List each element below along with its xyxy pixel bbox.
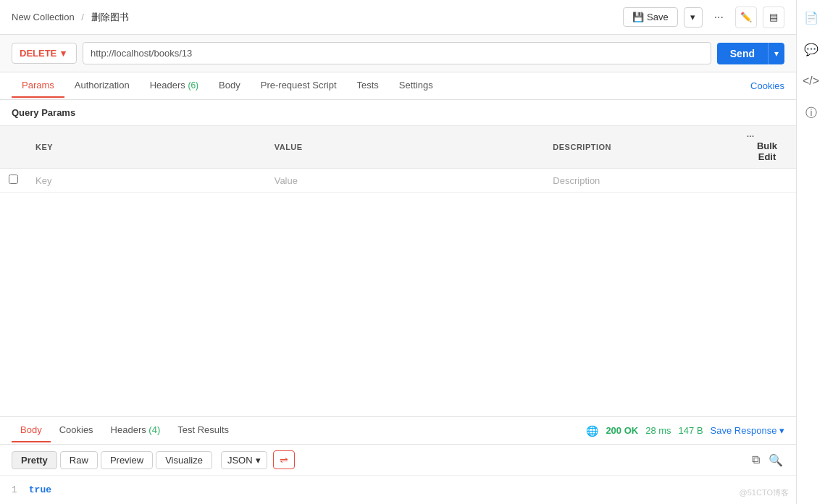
tab-body[interactable]: Body — [209, 74, 251, 98]
key-header: KEY — [27, 126, 266, 169]
response-icons: ⧉ 🔍 — [750, 452, 784, 469]
tab-headers[interactable]: Headers (6) — [140, 74, 209, 98]
save-dropdown-button[interactable]: ▾ — [684, 7, 703, 28]
desc-header: DESCRIPTION — [544, 126, 738, 169]
format-type-chevron-icon: ▾ — [256, 455, 261, 466]
request-bar: DELETE ▾ Send ▾ — [0, 35, 796, 72]
method-chevron-icon: ▾ — [61, 48, 66, 59]
right-sidebar: 📄 💬 </> ⓘ — [796, 0, 825, 504]
save-label: Save — [647, 12, 669, 22]
save-icon: 💾 — [632, 12, 644, 22]
row-key[interactable]: Key — [27, 169, 266, 193]
document-icon-button[interactable]: 📄 — [801, 7, 821, 28]
bulk-edit-button[interactable]: Bulk Edit — [747, 140, 787, 162]
row-value[interactable]: Value — [266, 169, 545, 193]
wrap-lines-button[interactable]: ⇌ — [273, 450, 295, 469]
copy-icon: ⧉ — [752, 453, 760, 466]
layout-icon-button[interactable]: ▤ — [763, 7, 784, 28]
url-input[interactable] — [83, 42, 711, 64]
send-button[interactable]: Send — [717, 43, 768, 64]
value-header: VALUE — [266, 126, 545, 169]
save-button[interactable]: 💾 Save — [623, 7, 678, 27]
send-dropdown-button[interactable]: ▾ — [768, 43, 784, 64]
breadcrumb-separator: / — [81, 12, 84, 22]
method-select[interactable]: DELETE ▾ — [12, 43, 77, 64]
response-time: 28 ms — [645, 425, 671, 436]
table-row: Key Value Description — [0, 169, 796, 193]
search-button[interactable]: 🔍 — [767, 452, 784, 469]
edit-icon-button[interactable]: ✏️ — [735, 7, 757, 28]
row-checkbox[interactable] — [0, 169, 27, 193]
query-params-section: Query Params KEY VALUE DESCRIPTION ··· B… — [0, 100, 796, 193]
copy-button[interactable]: ⧉ — [750, 452, 761, 468]
code-output: 1true — [0, 476, 796, 504]
format-visualize-button[interactable]: Visualize — [156, 451, 212, 469]
response-tab-headers[interactable]: Headers (4) — [102, 419, 169, 442]
format-pretty-button[interactable]: Pretty — [12, 451, 57, 469]
more-icon: ··· — [747, 132, 755, 140]
response-meta: 🌐 200 OK 28 ms 147 B Save Response ▾ — [586, 425, 784, 437]
watermark: @51CTO博客 — [740, 487, 789, 498]
row-checkbox-input[interactable] — [9, 175, 18, 184]
format-type-select[interactable]: JSON ▾ — [221, 451, 267, 469]
response-tab-cookies[interactable]: Cookies — [51, 419, 102, 442]
response-tab-body[interactable]: Body — [12, 419, 51, 442]
method-label: DELETE — [20, 48, 56, 59]
checkbox-header — [0, 126, 27, 169]
pencil-icon: ✏️ — [740, 12, 752, 22]
chevron-down-icon: ▾ — [690, 12, 695, 22]
comment-icon-button[interactable]: 💬 — [801, 39, 821, 59]
more-options-button[interactable]: ··· — [708, 8, 729, 27]
response-size: 147 B — [679, 425, 703, 436]
section-title: Query Params — [0, 100, 796, 125]
request-name: 删除图书 — [91, 12, 129, 22]
line-number: 1 — [12, 484, 17, 495]
request-tabs: Params Authorization Headers (6) Body Pr… — [0, 72, 796, 100]
code-icon-button[interactable]: </> — [801, 71, 821, 91]
tab-settings[interactable]: Settings — [389, 74, 443, 98]
response-section: Body Cookies Headers (4) Test Results 🌐 … — [0, 416, 796, 504]
row-description[interactable]: Description — [544, 169, 738, 193]
header: New Collection / 删除图书 💾 Save ▾ ··· ✏️ ▤ — [0, 0, 796, 35]
cookies-link[interactable]: Cookies — [750, 80, 784, 91]
response-tab-test-results[interactable]: Test Results — [169, 419, 238, 442]
response-tabs: Body Cookies Headers (4) Test Results 🌐 … — [0, 417, 796, 445]
response-toolbar: Pretty Raw Preview Visualize JSON ▾ ⇌ ⧉ … — [0, 445, 796, 476]
tab-tests[interactable]: Tests — [347, 74, 389, 98]
save-response-button[interactable]: Save Response ▾ — [711, 425, 784, 436]
tab-authorization[interactable]: Authorization — [64, 74, 140, 98]
layout-icon: ▤ — [769, 12, 778, 22]
actions-header: ··· Bulk Edit — [738, 126, 796, 169]
params-table: KEY VALUE DESCRIPTION ··· Bulk Edit Key … — [0, 125, 796, 193]
format-type-label: JSON — [227, 455, 253, 466]
wrap-icon: ⇌ — [280, 454, 288, 466]
row-actions — [738, 169, 796, 193]
save-response-chevron-icon: ▾ — [779, 425, 784, 436]
send-group: Send ▾ — [717, 43, 784, 64]
status-badge: 200 OK — [606, 425, 638, 436]
code-value: true — [29, 484, 51, 495]
globe-icon: 🌐 — [586, 425, 598, 437]
format-raw-button[interactable]: Raw — [60, 451, 98, 469]
breadcrumb: New Collection / 删除图书 — [12, 11, 623, 24]
collection-name: New Collection — [12, 12, 75, 22]
format-preview-button[interactable]: Preview — [101, 451, 153, 469]
header-actions: 💾 Save ▾ ··· ✏️ ▤ — [623, 7, 784, 28]
tab-prerequest[interactable]: Pre-request Script — [251, 74, 347, 98]
tab-params[interactable]: Params — [12, 74, 64, 98]
search-icon: 🔍 — [769, 454, 783, 466]
info-icon-button[interactable]: ⓘ — [801, 103, 821, 123]
